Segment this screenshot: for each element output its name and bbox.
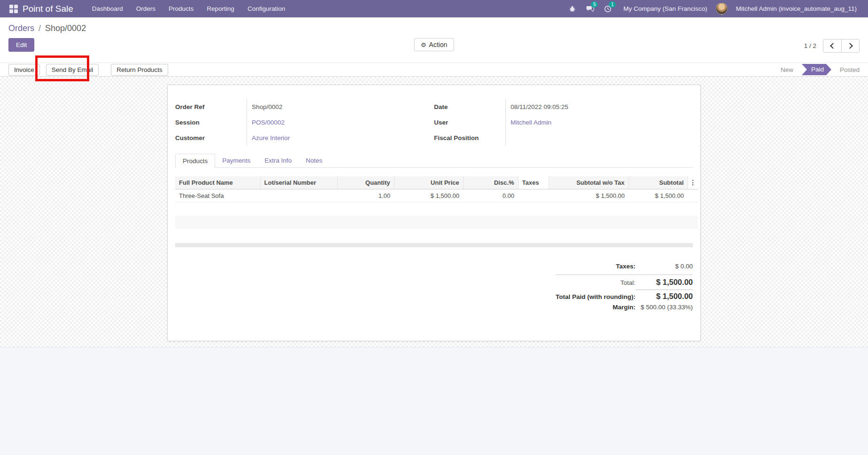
user-avatar[interactable] bbox=[716, 3, 728, 15]
cell-taxes bbox=[518, 189, 549, 203]
cell-subtotal: $ 1,500.00 bbox=[628, 189, 688, 203]
empty-row bbox=[175, 216, 698, 229]
col-taxes[interactable]: Taxes bbox=[518, 176, 549, 189]
field-label: Fiscal Position bbox=[434, 130, 505, 146]
tab-extra-info[interactable]: Extra Info bbox=[257, 154, 299, 167]
chevron-left-icon bbox=[830, 43, 836, 49]
field-value bbox=[505, 130, 693, 146]
field-label: Date bbox=[434, 99, 505, 115]
order-lines-table: Full Product Name Lot/serial Number Quan… bbox=[175, 176, 698, 242]
pager-next-button[interactable] bbox=[841, 39, 859, 52]
total-paid-row: Total Paid (with rounding): $ 1,500.00 bbox=[556, 288, 693, 302]
taxes-total-row: Taxes: $ 0.00 bbox=[616, 261, 693, 271]
order-form-sheet: Order Ref Shop/0002 Session POS/00002 Cu… bbox=[167, 85, 701, 341]
col-quantity[interactable]: Quantity bbox=[337, 176, 394, 189]
total-paid-label: Total Paid (with rounding): bbox=[556, 293, 636, 300]
send-by-email-button[interactable]: Send By Email bbox=[46, 64, 99, 76]
col-subtotal-wo-tax[interactable]: Subtotal w/o Tax bbox=[549, 176, 628, 189]
messages-count-badge: 5 bbox=[591, 1, 598, 8]
chevron-right-icon bbox=[847, 43, 853, 49]
pager-count: 1 / 2 bbox=[804, 42, 816, 49]
taxes-total-value: $ 0.00 bbox=[636, 263, 693, 270]
control-panel: Orders / Shop/0002 Edit ⚙ Action 1 / 2 bbox=[0, 17, 868, 63]
notebook-tabs: Products Payments Extra Info Notes bbox=[175, 154, 693, 168]
field-label: User bbox=[434, 115, 505, 130]
breadcrumb: Orders / Shop/0002 bbox=[0, 17, 868, 33]
action-button[interactable]: ⚙ Action bbox=[414, 38, 454, 51]
cell-subtotal-wo-tax: $ 1,500.00 bbox=[549, 189, 628, 203]
top-navbar: Point of Sale Dashboard Orders Products … bbox=[0, 0, 868, 17]
empty-row bbox=[175, 229, 698, 242]
total-value: $ 1,500.00 bbox=[636, 278, 693, 287]
field-label: Order Ref bbox=[175, 99, 247, 115]
total-label: Total: bbox=[620, 279, 636, 286]
apps-grid-icon[interactable] bbox=[9, 5, 18, 13]
totals-divider bbox=[556, 275, 693, 275]
cell-quantity: 1.00 bbox=[337, 189, 394, 203]
menu-reporting[interactable]: Reporting bbox=[200, 0, 241, 17]
messages-icon[interactable]: 5 bbox=[583, 0, 597, 17]
state-paid-active[interactable]: Paid bbox=[802, 64, 831, 75]
pager-previous-button[interactable] bbox=[823, 39, 841, 52]
field-user: User Mitchell Admin bbox=[434, 115, 693, 130]
col-unit-price[interactable]: Unit Price bbox=[394, 176, 463, 189]
menu-products[interactable]: Products bbox=[162, 0, 200, 17]
state-posted[interactable]: Posted bbox=[840, 66, 860, 73]
field-value: Shop/0002 bbox=[247, 99, 434, 115]
activities-clock-icon[interactable]: 1 bbox=[601, 0, 615, 17]
totals-block: Taxes: $ 0.00 Total: $ 1,500.00 Total Pa… bbox=[175, 261, 693, 312]
breadcrumb-separator: / bbox=[37, 24, 43, 33]
taxes-total-label: Taxes: bbox=[616, 263, 636, 270]
field-date: Date 08/11/2022 09:05:25 bbox=[434, 99, 693, 115]
cell-disc-pct: 0.00 bbox=[463, 189, 518, 203]
horizontal-scrollbar[interactable] bbox=[175, 243, 693, 247]
total-row: Total: $ 1,500.00 bbox=[620, 276, 693, 288]
edit-button[interactable]: Edit bbox=[8, 38, 34, 52]
cell-lot-serial-number bbox=[260, 189, 337, 203]
menu-dashboard[interactable]: Dashboard bbox=[85, 0, 130, 17]
field-value: 08/11/2022 09:05:25 bbox=[505, 99, 693, 115]
user-link[interactable]: Mitchell Admin bbox=[511, 119, 551, 126]
company-switcher[interactable]: My Company (San Francisco) bbox=[619, 5, 712, 12]
customer-link[interactable]: Azure Interior bbox=[252, 134, 290, 141]
col-subtotal[interactable]: Subtotal bbox=[628, 176, 688, 189]
col-disc-pct[interactable]: Disc.% bbox=[463, 176, 518, 189]
menu-orders[interactable]: Orders bbox=[130, 0, 162, 17]
margin-value: $ 500.00 (33.33%) bbox=[636, 304, 693, 311]
invoice-button[interactable]: Invoice bbox=[8, 64, 40, 76]
session-link[interactable]: POS/00002 bbox=[252, 119, 285, 126]
field-label: Session bbox=[175, 115, 247, 130]
col-full-product-name[interactable]: Full Product Name bbox=[175, 176, 260, 189]
table-row[interactable]: Three-Seat Sofa 1.00 $ 1,500.00 0.00 $ 1… bbox=[175, 189, 698, 203]
debug-bug-icon[interactable] bbox=[565, 0, 579, 17]
return-products-button[interactable]: Return Products bbox=[111, 64, 168, 76]
activities-count-badge: 1 bbox=[609, 1, 616, 8]
user-menu[interactable]: Mitchell Admin (invoice_automate_aug_11) bbox=[731, 5, 861, 12]
field-label: Customer bbox=[175, 130, 247, 146]
cell-unit-price: $ 1,500.00 bbox=[394, 189, 463, 203]
optional-columns-button[interactable]: ⋮ bbox=[688, 176, 698, 189]
app-brand-title[interactable]: Point of Sale bbox=[23, 4, 73, 14]
form-view-background: Order Ref Shop/0002 Session POS/00002 Cu… bbox=[0, 77, 868, 347]
field-order-ref: Order Ref Shop/0002 bbox=[175, 99, 434, 115]
total-paid-value: $ 1,500.00 bbox=[636, 290, 693, 301]
tab-payments[interactable]: Payments bbox=[215, 154, 257, 167]
main-menu: Dashboard Orders Products Reporting Conf… bbox=[85, 0, 292, 17]
col-lot-serial-number[interactable]: Lot/serial Number bbox=[260, 176, 337, 189]
tab-notes[interactable]: Notes bbox=[299, 154, 329, 167]
cell-full-product-name: Three-Seat Sofa bbox=[175, 189, 260, 203]
breadcrumb-orders-link[interactable]: Orders bbox=[8, 24, 34, 33]
menu-configuration[interactable]: Configuration bbox=[241, 0, 292, 17]
gear-icon: ⚙ bbox=[421, 41, 426, 48]
pager: 1 / 2 bbox=[804, 39, 860, 53]
state-new[interactable]: New bbox=[781, 66, 793, 73]
breadcrumb-current: Shop/0002 bbox=[45, 24, 86, 33]
field-groups: Order Ref Shop/0002 Session POS/00002 Cu… bbox=[175, 99, 693, 146]
statusbar: Invoice Send By Email Return Products Ne… bbox=[0, 63, 868, 77]
field-customer: Customer Azure Interior bbox=[175, 130, 434, 146]
empty-row bbox=[175, 203, 698, 216]
margin-label: Margin: bbox=[612, 304, 636, 311]
field-fiscal-position: Fiscal Position bbox=[434, 130, 693, 146]
field-session: Session POS/00002 bbox=[175, 115, 434, 130]
tab-products[interactable]: Products bbox=[175, 154, 215, 168]
